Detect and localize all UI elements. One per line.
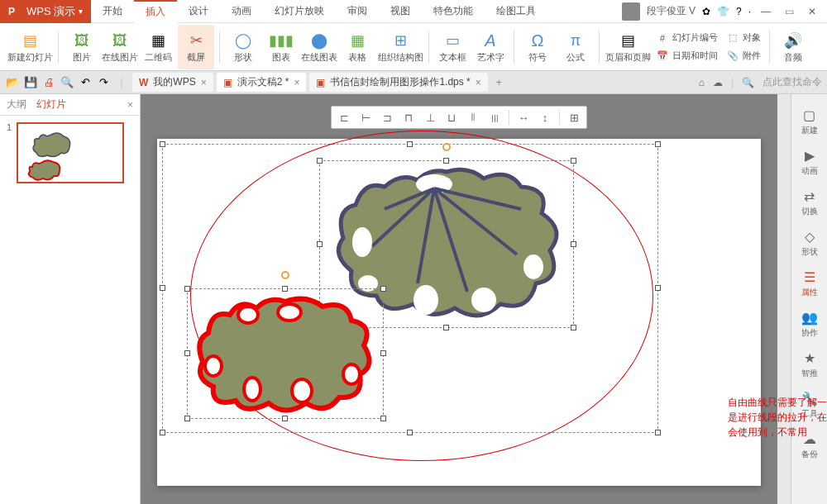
resize-handle[interactable] [571, 325, 576, 330]
tab-view[interactable]: 视图 [379, 0, 422, 23]
qr-button[interactable]: ▦二维码 [140, 25, 176, 69]
search-command-input[interactable]: 点此查找命令 [762, 75, 822, 89]
resize-handle[interactable] [184, 416, 190, 421]
wordart-button[interactable]: A艺术字 [472, 25, 509, 69]
textbox-button[interactable]: ▭文本框 [434, 25, 471, 69]
header-footer-button[interactable]: ▤页眉和页脚 [605, 25, 651, 69]
audio-button[interactable]: 🔊音频 [775, 25, 811, 69]
same-width-icon[interactable]: ↔ [516, 110, 531, 125]
date-time-button[interactable]: 📅日期和时间 [653, 48, 721, 64]
resize-handle[interactable] [380, 350, 386, 356]
tab-slideshow[interactable]: 幻灯片放映 [263, 0, 336, 23]
doctab-mywps[interactable]: W我的WPS× [132, 73, 213, 92]
align-center-h-icon[interactable]: ⊢ [358, 110, 373, 125]
attachment-button[interactable]: 📎附件 [723, 48, 764, 64]
resize-handle[interactable] [184, 286, 190, 292]
rotate-handle[interactable] [281, 271, 289, 279]
close-icon[interactable]: × [201, 77, 207, 88]
doctab-file2[interactable]: ▣书信信封绘制用图形操作1.dps *× [309, 73, 487, 92]
minimize-button[interactable]: — [758, 3, 774, 20]
screenshot-button[interactable]: ✂截屏 [178, 25, 214, 69]
tab-start[interactable]: 开始 [91, 0, 134, 23]
rp-new[interactable]: ▢新建 [801, 107, 818, 136]
vertical-scrollbar[interactable] [777, 94, 791, 504]
resize-handle[interactable] [571, 158, 576, 164]
resize-handle[interactable] [655, 285, 661, 291]
thumbnail-preview[interactable] [17, 122, 124, 183]
online-chart-button[interactable]: ⬤在线图表 [301, 25, 337, 69]
rp-shape[interactable]: ◇形状 [801, 229, 818, 258]
resize-handle[interactable] [443, 158, 449, 164]
panel-close-button[interactable]: × [127, 99, 133, 111]
resize-handle[interactable] [380, 416, 386, 421]
undo-icon[interactable]: ↶ [78, 75, 93, 90]
rotate-handle[interactable] [442, 143, 451, 151]
resize-handle[interactable] [160, 430, 165, 435]
app-name-dropdown[interactable]: WPS 演示▾ [23, 0, 91, 23]
user-name[interactable]: 段宇俊亚 V [647, 4, 696, 18]
object-button[interactable]: ⬚对象 [723, 30, 764, 46]
resize-handle[interactable] [443, 325, 449, 330]
symbol-button[interactable]: Ω符号 [519, 25, 556, 69]
align-middle-v-icon[interactable]: ⊥ [423, 110, 437, 125]
outline-tab[interactable]: 大纲 [7, 97, 26, 112]
slides-tab[interactable]: 幻灯片 [36, 97, 66, 112]
align-left-icon[interactable]: ⊏ [337, 110, 351, 125]
resize-handle[interactable] [571, 241, 576, 247]
save-icon[interactable]: 💾 [23, 75, 38, 90]
canvas-area[interactable]: ⊏ ⊢ ⊐ ⊓ ⊥ ⊔ ⫴ ⫼ ↔ ↕ ⊞ [141, 94, 777, 504]
org-chart-button[interactable]: ⊞组织结构图 [377, 25, 423, 69]
redo-icon[interactable]: ↷ [96, 75, 111, 90]
same-height-icon[interactable]: ↕ [538, 110, 552, 125]
tab-features[interactable]: 特色功能 [422, 0, 485, 23]
chart-button[interactable]: ▮▮▮图表 [263, 25, 299, 69]
tab-design[interactable]: 设计 [177, 0, 220, 23]
formula-button[interactable]: π公式 [557, 25, 594, 69]
picture-button[interactable]: 🖼图片 [64, 25, 100, 69]
close-icon[interactable]: × [476, 77, 481, 88]
rp-prop[interactable]: ☰属性 [801, 269, 818, 298]
doctab-presentation[interactable]: ▣演示文稿2 *× [217, 73, 307, 92]
tab-review[interactable]: 审阅 [336, 0, 379, 23]
resize-handle[interactable] [655, 430, 661, 435]
rp-switch[interactable]: ⇄切换 [801, 188, 818, 217]
print-icon[interactable]: 🖨 [41, 75, 56, 90]
resize-handle[interactable] [655, 141, 661, 147]
resize-handle[interactable] [184, 350, 190, 356]
rp-collab[interactable]: 👥协作 [801, 310, 818, 339]
rp-anim[interactable]: ▶动画 [801, 148, 818, 177]
open-icon[interactable]: 📂 [5, 75, 20, 90]
resize-handle[interactable] [317, 241, 323, 247]
align-right-icon[interactable]: ⊐ [380, 110, 394, 125]
online-picture-button[interactable]: 🖼在线图片 [102, 25, 138, 69]
shapes-button[interactable]: ◯形状 [225, 25, 261, 69]
preview-icon[interactable]: 🔍 [60, 75, 74, 90]
distribute-v-icon[interactable]: ⫼ [487, 110, 502, 125]
resize-handle[interactable] [317, 158, 323, 164]
resize-handle[interactable] [282, 416, 288, 421]
shape-leaf-small[interactable] [190, 292, 380, 416]
align-bottom-icon[interactable]: ⊔ [444, 110, 459, 125]
help-icon[interactable]: ? [736, 6, 742, 17]
table-button[interactable]: ▦表格 [339, 25, 375, 69]
tab-drawing-tools[interactable]: 绘图工具 [485, 0, 547, 23]
shape-selection[interactable] [187, 288, 384, 419]
tab-insert[interactable]: 插入 [134, 0, 177, 23]
restore-button[interactable]: ▭ [781, 3, 797, 20]
avatar[interactable] [622, 2, 640, 21]
resize-handle[interactable] [160, 285, 165, 291]
slide-number-button[interactable]: #幻灯片编号 [653, 30, 721, 46]
align-top-icon[interactable]: ⊓ [401, 110, 416, 125]
new-slide-button[interactable]: ▤新建幻灯片 [7, 25, 53, 69]
group-icon[interactable]: ⊞ [566, 110, 581, 125]
close-icon[interactable]: × [294, 77, 299, 88]
cloud-icon[interactable]: ☁ [713, 77, 723, 88]
resize-handle[interactable] [282, 286, 288, 292]
slide-thumbnail[interactable]: 1 [7, 122, 133, 183]
tab-animation[interactable]: 动画 [220, 0, 263, 23]
home-icon[interactable]: ⌂ [699, 77, 705, 88]
new-tab-button[interactable]: + [491, 77, 507, 88]
distribute-h-icon[interactable]: ⫴ [466, 110, 480, 125]
close-button[interactable]: ✕ [804, 3, 820, 20]
tshirt-icon[interactable]: 👕 [717, 6, 729, 17]
